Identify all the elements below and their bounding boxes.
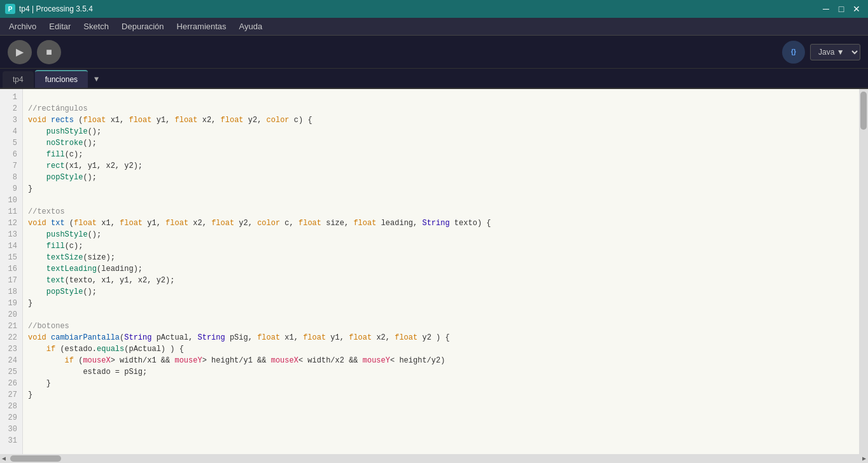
line-27: } bbox=[28, 390, 32, 399]
editor-container: 1 2 3 4 5 6 7 8 9 10 11 12 13 14 15 16 1… bbox=[0, 89, 868, 454]
toolbar-left: ▶ ■ bbox=[8, 40, 61, 64]
line-8: popStyle(); bbox=[28, 173, 97, 182]
line-13: pushStyle(); bbox=[28, 230, 101, 239]
stop-icon: ■ bbox=[46, 46, 52, 58]
line-12: void txt (float x1, float y1, float x2, … bbox=[28, 219, 491, 228]
toolbar: ▶ ■ {} Java ▼ bbox=[0, 36, 868, 69]
horizontal-scrollbar[interactable]: ◀ ▶ bbox=[0, 454, 868, 463]
line-2: //rectángulos bbox=[28, 104, 88, 113]
titlebar: P tp4 | Processing 3.5.4 ─ □ ✕ bbox=[0, 0, 868, 18]
line-25: estado = pSig; bbox=[28, 368, 147, 377]
toolbar-right: {} Java ▼ bbox=[782, 41, 860, 64]
line-15: textSize(size); bbox=[28, 253, 115, 262]
scrollbar-thumb-h[interactable] bbox=[10, 455, 61, 462]
play-button[interactable]: ▶ bbox=[8, 40, 32, 64]
tab-arrow[interactable]: ▼ bbox=[89, 71, 104, 88]
line-21: //botones bbox=[28, 322, 69, 331]
menubar: Archivo Editar Sketch Depuración Herrami… bbox=[0, 18, 868, 36]
menu-sketch[interactable]: Sketch bbox=[77, 19, 115, 34]
line-numbers: 1 2 3 4 5 6 7 8 9 10 11 12 13 14 15 16 1… bbox=[0, 89, 23, 454]
minimize-button[interactable]: ─ bbox=[820, 3, 832, 15]
vertical-scrollbar[interactable] bbox=[859, 89, 868, 454]
line-19: } bbox=[28, 299, 32, 308]
line-3: void rects (float x1, float y1, float x2… bbox=[28, 116, 312, 125]
app-icon: P bbox=[5, 4, 15, 14]
line-17: text(texto, x1, y1, x2, y2); bbox=[28, 276, 174, 285]
line-22: void cambiarPantalla(String pActual, Str… bbox=[28, 333, 450, 342]
line-5: noStroke(); bbox=[28, 139, 97, 148]
stop-button[interactable]: ■ bbox=[37, 40, 61, 64]
line-18: popStyle(); bbox=[28, 287, 97, 296]
menu-depuracion[interactable]: Depuración bbox=[115, 19, 171, 34]
menu-editar[interactable]: Editar bbox=[43, 19, 77, 34]
scrollbar-thumb-v[interactable] bbox=[860, 92, 867, 130]
menu-ayuda[interactable]: Ayuda bbox=[233, 19, 269, 34]
line-14: fill(c); bbox=[28, 242, 83, 251]
menu-archivo[interactable]: Archivo bbox=[3, 19, 43, 34]
tabs: tp4 funciones ▼ bbox=[0, 69, 868, 89]
tab-tp4[interactable]: tp4 bbox=[3, 71, 34, 88]
line-24: if (mouseX> width/x1 && mouseY> height/y… bbox=[28, 356, 445, 365]
titlebar-title: tp4 | Processing 3.5.4 bbox=[19, 4, 93, 13]
code-editor[interactable]: //rectángulos void rects (float x1, floa… bbox=[23, 89, 859, 454]
play-icon: ▶ bbox=[16, 46, 24, 58]
close-button[interactable]: ✕ bbox=[850, 3, 863, 15]
java-icon: {} bbox=[782, 41, 805, 64]
scroll-right-button[interactable]: ▶ bbox=[860, 455, 868, 462]
titlebar-controls: ─ □ ✕ bbox=[820, 3, 863, 15]
line-7: rect(x1, y1, x2, y2); bbox=[28, 162, 143, 170]
line-23: if (estado.equals(pActual) ) { bbox=[28, 345, 184, 354]
line-26: } bbox=[28, 379, 51, 388]
language-select[interactable]: Java ▼ bbox=[810, 44, 860, 60]
maximize-button[interactable]: □ bbox=[835, 3, 848, 15]
titlebar-left: P tp4 | Processing 3.5.4 bbox=[5, 4, 93, 14]
scroll-left-button[interactable]: ◀ bbox=[0, 455, 8, 462]
line-4: pushStyle(); bbox=[28, 127, 101, 136]
tab-funciones[interactable]: funciones bbox=[35, 70, 88, 88]
line-11: //textos bbox=[28, 207, 65, 216]
line-6: fill(c); bbox=[28, 150, 83, 159]
line-9: } bbox=[28, 184, 32, 193]
line-16: textLeading(leading); bbox=[28, 265, 143, 273]
menu-herramientas[interactable]: Herramientas bbox=[171, 19, 233, 34]
